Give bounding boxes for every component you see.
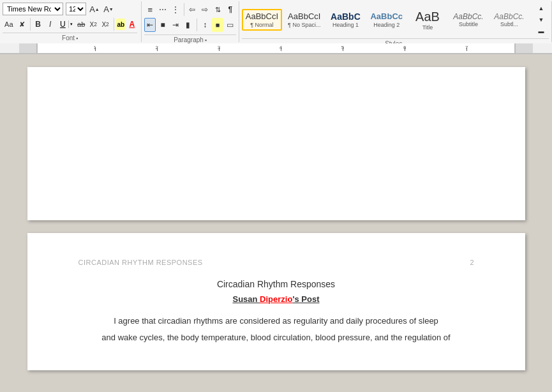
style-normal-label: ¶ Normal [250,22,273,28]
page-2-content: CIRCADIAN RHYTHM RESPONSES 2 Circadian R… [27,233,525,370]
font-color-icon: A [130,20,135,29]
page-1 [27,67,525,220]
subscript-button[interactable]: X2 [88,17,99,31]
font-section: Times New Roma 12 A▲ A▼ Aa ✘ [0,1,142,42]
show-formatting-button[interactable]: ¶ [225,3,236,17]
clear-formatting-button[interactable]: ✘ [17,17,27,31]
style-heading2[interactable]: AaBbCc Heading 2 [367,10,406,30]
subtitle-suffix: 's Post [292,294,319,304]
subtitle-prefix: Susan [232,294,260,304]
style-heading2-label: Heading 2 [373,22,399,28]
font-size-select[interactable]: 12 [66,3,86,15]
style-title-label: Title [422,24,433,31]
style-normal-preview: AaBbCcI [246,11,278,22]
font-grow-button[interactable]: A▲ [89,3,100,15]
style-no-spacing-label: ¶ No Spaci... [288,22,320,28]
style-subtle-em[interactable]: AaBbCc. Subtl... [490,10,528,29]
numbered-list-button[interactable]: ⋯ [157,3,168,17]
style-subtitle-label: Subtitle [459,21,478,27]
page-header: CIRCADIAN RHYTHM RESPONSES 2 [78,259,474,266]
strikethrough-button[interactable]: ab [76,17,87,31]
font-row2: Aa ✘ B I U ▾ ab X2 X2 [3,17,137,31]
font-color-button[interactable]: A [126,17,137,31]
author-name: Diperzio [260,294,292,304]
borders-button[interactable]: ▭ [225,18,236,32]
align-left-button[interactable]: ⇤ [144,18,156,32]
sort-button[interactable]: ⇅ [212,3,223,17]
underline-split-button[interactable]: U ▾ [57,18,75,31]
ribbon-main-row: Times New Roma 12 A▲ A▼ Aa ✘ [0,0,552,43]
style-no-spacing-preview: AaBbCcI [288,11,320,22]
decrease-indent-button[interactable]: ⇦ [187,3,198,17]
ruler-inner: 1 2 3 4 5 6 7 [37,43,515,53]
para-row2: ⇤ ■ ⇥ ▮ ↕ ■ ▭ [144,18,235,32]
highlight-color-button[interactable]: ab [116,19,125,30]
italic-button[interactable]: I [45,17,56,31]
page-number: 2 [470,259,474,266]
styles-scroll-down[interactable]: ▼ [533,14,549,26]
page-header-title: CIRCADIAN RHYTHM RESPONSES [78,259,203,266]
bullets-button[interactable]: ≡ [144,3,156,17]
align-center-button[interactable]: ■ [157,18,168,32]
styles-more-button[interactable]: ▬ [533,26,549,37]
style-subtle-em-label: Subtl... [500,21,518,27]
font-name-select[interactable]: Times New Roma [3,3,63,15]
style-heading1-preview: AaBbC [331,11,361,22]
multilevel-list-button[interactable]: ⋮ [170,3,181,17]
font-expand-icon[interactable]: ▪ [76,35,78,41]
doc-title: Circadian Rhythm Responses [78,279,474,289]
document-area: CIRCADIAN RHYTHM RESPONSES 2 Circadian R… [0,54,552,383]
doc-subtitle: Susan Diperzio's Post [78,294,474,304]
font-row1: Times New Roma 12 A▲ A▼ [3,3,137,15]
style-heading1-label: Heading 1 [332,22,359,28]
increase-indent-button[interactable]: ⇨ [199,3,211,17]
line-spacing-button[interactable]: ↕ [199,18,211,32]
ruler: 1 2 3 4 5 6 7 [0,43,552,54]
font-section-title: Font ▪ [3,33,137,43]
style-title[interactable]: AaB Title [408,7,447,33]
superscript-button[interactable]: X2 [100,17,111,31]
font-shrink-button[interactable]: A▼ [103,3,114,15]
ribbon: Times New Roma 12 A▲ A▼ Aa ✘ [0,0,552,54]
styles-scroll-up[interactable]: ▲ [533,3,549,14]
style-subtitle-preview: AaBbCc. [453,12,483,21]
styles-row: AaBbCcI ¶ Normal AaBbCcI ¶ No Spaci... A… [242,3,549,37]
style-heading2-preview: AaBbCc [370,11,403,22]
justify-button[interactable]: ▮ [183,18,194,32]
align-right-button[interactable]: ⇥ [170,18,181,32]
style-no-spacing[interactable]: AaBbCcI ¶ No Spaci... [285,10,324,30]
change-case-button[interactable]: Aa [3,17,15,31]
style-subtle-em-preview: AaBbCc. [494,12,524,21]
body-line1: I agree that circadian rhythms are consi… [78,314,474,328]
underline-button[interactable]: U [57,19,68,30]
underline-dropdown-arrow[interactable]: ▾ [68,20,74,28]
page-2: CIRCADIAN RHYTHM RESPONSES 2 Circadian R… [27,233,525,370]
para-row1: ≡ ⋯ ⋮ ⇦ ⇨ ⇅ ¶ [144,3,235,17]
style-normal[interactable]: AaBbCcI ¶ Normal [242,9,282,31]
styles-section: AaBbCcI ¶ Normal AaBbCcI ¶ No Spaci... A… [239,1,552,42]
style-subtitle[interactable]: AaBbCc. Subtitle [449,10,488,29]
paragraph-section: ≡ ⋯ ⋮ ⇦ ⇨ ⇅ ¶ ⇤ ■ [142,1,239,42]
paragraph-expand-icon[interactable]: ▪ [205,37,207,43]
style-heading1[interactable]: AaBbC Heading 1 [326,10,364,31]
body-line2: and wake cycles, the body temperature, b… [78,331,474,345]
shading-button[interactable]: ■ [212,18,223,32]
bold-button[interactable]: B [33,17,43,31]
style-title-preview: AaB [415,9,440,24]
doc-body: I agree that circadian rhythms are consi… [78,314,474,345]
